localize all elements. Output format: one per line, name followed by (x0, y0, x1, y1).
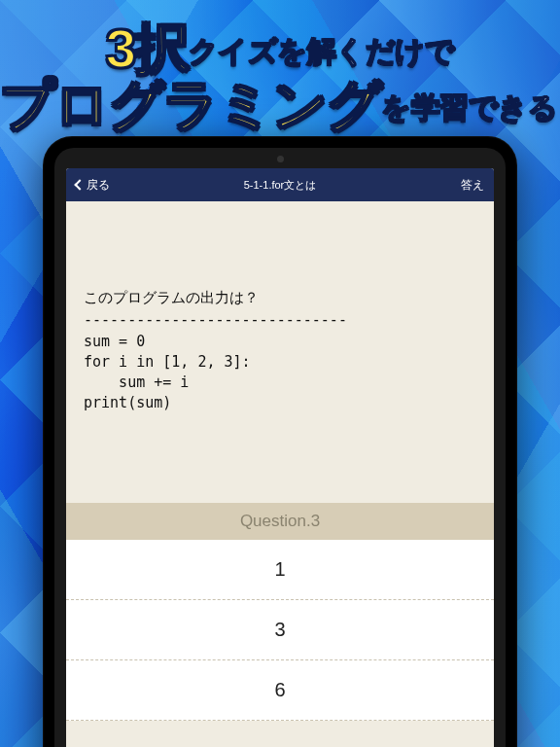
choice-1[interactable]: 1 (66, 540, 494, 600)
marketing-headline: 3択クイズを解くだけで プログラミングを学習できる！ (0, 18, 560, 137)
question-code: sum = 0 for i in [1, 2, 3]: sum += i pri… (84, 332, 476, 413)
headline-text-1: クイズを解くだけで (189, 35, 455, 67)
back-button[interactable]: 戻る (76, 177, 110, 194)
answer-button[interactable]: 答え (461, 177, 484, 194)
chevron-left-icon (74, 179, 85, 190)
bottom-padding (66, 721, 494, 747)
question-divider: ------------------------------ (84, 310, 476, 332)
headline-text-2: を学習できる！ (381, 91, 560, 124)
page-title: 5-1-1.for文とは (244, 178, 317, 193)
choice-2[interactable]: 3 (66, 600, 494, 660)
answer-choices: 1 3 6 (66, 540, 494, 721)
question-prompt: このプログラムの出力は？ (84, 287, 476, 308)
device-camera (277, 156, 284, 162)
back-label: 戻る (87, 177, 110, 194)
question-body: このプログラムの出力は？ ---------------------------… (66, 201, 494, 503)
app-screen: 戻る 5-1-1.for文とは 答え このプログラムの出力は？ --------… (66, 168, 494, 747)
question-number-label: Question.3 (66, 503, 494, 540)
app-navbar: 戻る 5-1-1.for文とは 答え (66, 168, 494, 201)
headline-emphasis-1: 3択 (106, 18, 189, 79)
choice-3[interactable]: 6 (66, 660, 494, 721)
tablet-device-frame: 戻る 5-1-1.for文とは 答え このプログラムの出力は？ --------… (43, 136, 517, 747)
headline-emphasis-2: プログラミング (0, 74, 381, 135)
